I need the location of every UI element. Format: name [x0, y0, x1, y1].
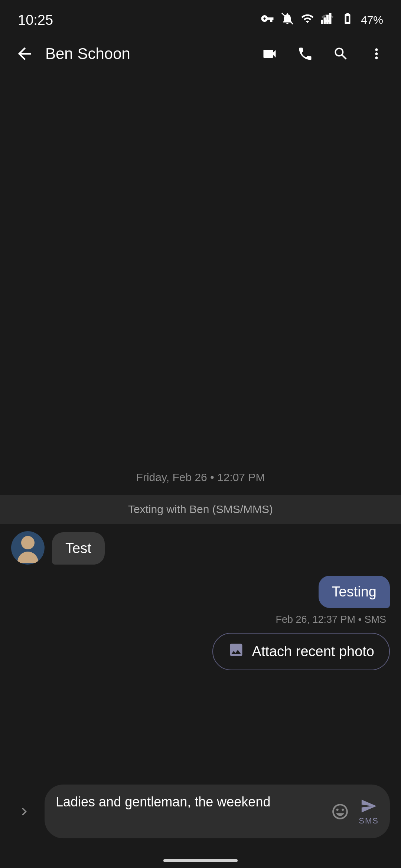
- more-options-icon: [368, 46, 385, 62]
- back-button[interactable]: [11, 40, 38, 67]
- more-options-button[interactable]: [363, 40, 390, 67]
- attach-photo-button[interactable]: Attach recent photo: [212, 633, 390, 670]
- app-bar: Ben Schoon: [0, 33, 401, 74]
- home-indicator: [163, 859, 238, 862]
- input-area: Ladies and gentleman, the weekend SMS: [0, 777, 401, 846]
- message-input[interactable]: Ladies and gentleman, the weekend: [56, 793, 322, 830]
- received-bubble: Test: [52, 532, 105, 565]
- video-call-button[interactable]: [256, 40, 283, 67]
- photo-icon: [228, 642, 244, 661]
- avatar-body: [17, 552, 38, 563]
- received-message-row: Test: [11, 531, 390, 565]
- status-time: 10:25: [18, 12, 53, 28]
- key-icon: [261, 12, 274, 28]
- input-container: Ladies and gentleman, the weekend SMS: [45, 785, 390, 838]
- send-button[interactable]: SMS: [359, 798, 379, 826]
- svg-rect-4: [329, 13, 331, 24]
- sms-indicator: Texting with Ben (SMS/MMS): [0, 495, 401, 524]
- avatar-person: [13, 533, 43, 563]
- empty-message-area: [0, 74, 401, 464]
- wifi-icon: [301, 12, 314, 28]
- svg-rect-3: [326, 15, 329, 24]
- back-arrow-icon: [15, 44, 34, 63]
- video-call-icon: [261, 46, 278, 62]
- send-icon: [360, 798, 377, 815]
- emoji-button[interactable]: [329, 800, 351, 823]
- search-icon: [333, 46, 349, 62]
- expand-button[interactable]: [11, 799, 37, 825]
- received-message-text: Test: [65, 540, 91, 556]
- messages-container: Test Testing Feb 26, 12:37 PM • SMS Atta…: [0, 531, 401, 670]
- expand-icon: [16, 804, 32, 819]
- input-actions: SMS: [329, 798, 379, 826]
- bell-muted-icon: [281, 12, 294, 28]
- phone-call-icon: [297, 46, 313, 62]
- sent-message-meta: Feb 26, 12:37 PM • SMS: [11, 614, 390, 625]
- phone-call-button[interactable]: [292, 40, 319, 67]
- svg-rect-1: [321, 20, 323, 24]
- status-bar: 10:25: [0, 0, 401, 33]
- sent-message-text: Testing: [332, 584, 376, 599]
- avatar-head: [21, 536, 35, 549]
- sent-bubble: Testing: [319, 576, 390, 608]
- signal-icon: [321, 12, 334, 28]
- attach-photo-row: Attach recent photo: [11, 633, 390, 670]
- avatar: [11, 531, 45, 565]
- contact-name[interactable]: Ben Schoon: [45, 45, 256, 63]
- app-bar-actions: [256, 40, 390, 67]
- attach-photo-label: Attach recent photo: [252, 644, 374, 660]
- sent-message-row: Testing: [11, 576, 390, 608]
- battery-percent: 47%: [361, 14, 383, 26]
- search-button[interactable]: [327, 40, 354, 67]
- battery-icon: [341, 12, 354, 28]
- emoji-icon: [331, 802, 349, 821]
- date-separator: Friday, Feb 26 • 12:07 PM: [0, 464, 401, 491]
- status-icons: 47%: [261, 12, 383, 28]
- svg-rect-2: [323, 17, 326, 24]
- send-label: SMS: [359, 816, 379, 826]
